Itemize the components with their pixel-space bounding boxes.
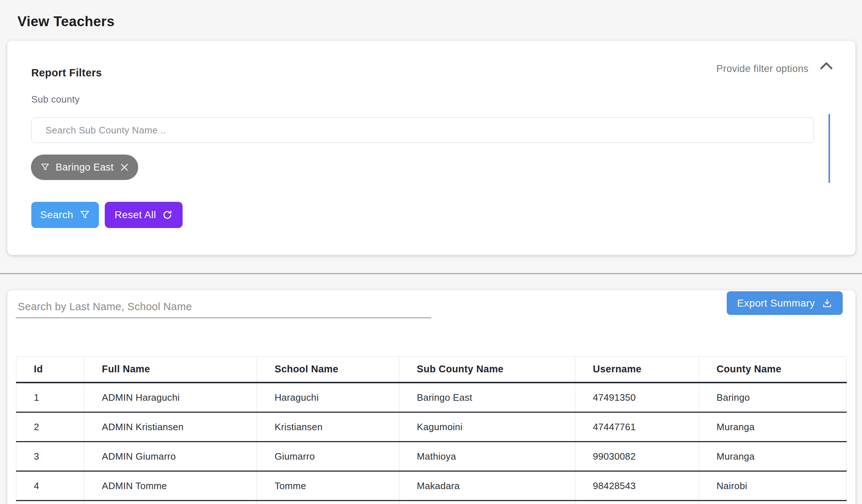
- reset-all-button[interactable]: Reset All: [105, 202, 183, 228]
- filters-title: Report Filters: [31, 67, 102, 79]
- column-header: Username: [575, 357, 699, 383]
- table-cell: Haraguchi: [257, 383, 399, 412]
- table-cell: 98428543: [575, 471, 699, 501]
- table-cell: ADMIN Haraguchi: [84, 383, 257, 412]
- table-cell: [84, 501, 257, 504]
- table-header-row: IdFull NameSchool NameSub County NameUse…: [16, 357, 847, 383]
- table-cell: Kagumoini: [399, 412, 575, 442]
- table-row-partial: [16, 501, 847, 504]
- filter-funnel-icon: [40, 163, 50, 172]
- table-cell: Nairobi: [699, 471, 847, 501]
- search-funnel-icon: [79, 209, 90, 220]
- refresh-icon: [162, 209, 173, 220]
- export-summary-button[interactable]: Export Summary: [727, 291, 843, 315]
- table-cell: Tomme: [257, 471, 399, 501]
- table-cell: ADMIN Kristiansen: [84, 412, 257, 442]
- chevron-up-icon[interactable]: [820, 62, 833, 71]
- table-cell: [16, 501, 84, 504]
- column-header: Id: [16, 357, 84, 383]
- table-cell: Muranga: [699, 442, 847, 471]
- table-cell: Muranga: [699, 412, 847, 442]
- filter-chip-baringo-east[interactable]: Baringo East: [31, 155, 138, 180]
- table-cell: 47447761: [575, 412, 699, 442]
- table-cell: 99030082: [575, 442, 699, 471]
- filters-toggle[interactable]: Provide filter options: [717, 63, 833, 75]
- table-row: 3ADMIN GiumarroGiumarroMathioya99030082M…: [16, 442, 847, 471]
- page-title: View Teachers: [17, 14, 115, 29]
- column-header: Sub County Name: [399, 357, 575, 383]
- search-button-label: Search: [40, 209, 73, 221]
- report-filters-card: Report Filters Provide filter options Su…: [7, 41, 855, 255]
- teachers-table-card: Export Summary IdFull NameSchool NameSub…: [7, 290, 855, 504]
- dropdown-scrollbar[interactable]: [829, 114, 830, 183]
- table-cell: Giumarro: [257, 442, 399, 471]
- column-header: School Name: [257, 357, 399, 383]
- subcounty-field-label: Sub county: [31, 94, 80, 105]
- table-cell: ADMIN Tomme: [84, 471, 257, 501]
- column-header: County Name: [699, 357, 847, 383]
- column-header: Full Name: [84, 357, 257, 383]
- table-row: 4ADMIN TommeTommeMakadara98428543Nairobi: [16, 471, 847, 501]
- table-cell: [399, 501, 575, 504]
- table-cell: 3: [16, 442, 84, 471]
- table-cell: Baringo East: [399, 383, 575, 412]
- search-button[interactable]: Search: [31, 202, 99, 228]
- table-cell: 47491350: [575, 383, 699, 412]
- export-button-label: Export Summary: [737, 297, 815, 309]
- table-cell: Baringo: [699, 383, 847, 412]
- table-cell: [257, 501, 399, 504]
- download-icon: [822, 298, 833, 309]
- table-body: 1ADMIN HaraguchiHaraguchiBaringo East474…: [16, 383, 847, 504]
- table-row: 2ADMIN KristiansenKristiansenKagumoini47…: [16, 412, 847, 442]
- table-row: 1ADMIN HaraguchiHaraguchiBaringo East474…: [16, 383, 847, 412]
- section-divider: [0, 273, 862, 274]
- table-cell: ADMIN Giumarro: [84, 442, 257, 471]
- filter-chip-label: Baringo East: [56, 162, 113, 173]
- table-cell: 4: [16, 471, 84, 501]
- table-search-input[interactable]: [16, 298, 431, 318]
- table-cell: Kristiansen: [257, 412, 399, 442]
- subcounty-search-input[interactable]: [31, 117, 814, 143]
- table-cell: [699, 501, 847, 504]
- chip-close-icon[interactable]: [119, 162, 129, 172]
- page: View Teachers Report Filters Provide fil…: [0, 0, 862, 504]
- table-cell: [575, 501, 699, 504]
- table-cell: 2: [16, 412, 84, 442]
- teachers-table: IdFull NameSchool NameSub County NameUse…: [16, 356, 847, 504]
- table-cell: Mathioya: [399, 442, 575, 471]
- filters-toggle-label[interactable]: Provide filter options: [717, 63, 809, 75]
- table-cell: 1: [16, 383, 84, 412]
- reset-button-label: Reset All: [115, 209, 156, 221]
- table-cell: Makadara: [399, 471, 575, 501]
